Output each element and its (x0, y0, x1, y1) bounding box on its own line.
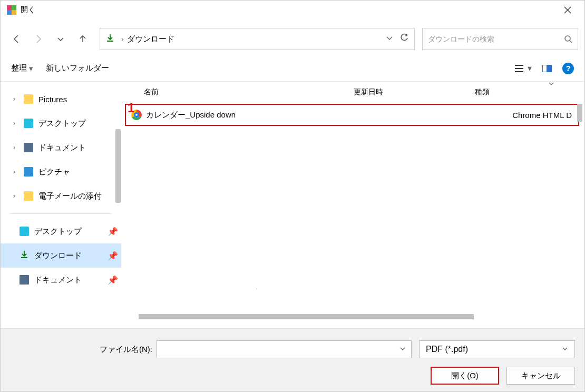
tree-pane: ›Pictures ›デスクトップ ›ドキュメント ›ピクチャ ›電子メールの添… (1, 82, 122, 322)
close-icon (564, 6, 571, 14)
list-hscrollbar[interactable] (139, 314, 474, 319)
folder-icon (24, 94, 33, 104)
svg-point-4 (565, 36, 570, 41)
annotation-1: 1 (128, 101, 134, 115)
pin-icon: 📌 (108, 227, 118, 237)
tree-item-pictures-jp[interactable]: ›ピクチャ (1, 160, 121, 184)
breadcrumb-location[interactable]: ダウンロード (127, 34, 174, 44)
organize-menu[interactable]: 整理 ▾ (11, 63, 33, 73)
search-icon (564, 35, 572, 43)
tree-item-pictures[interactable]: ›Pictures (1, 87, 121, 111)
resize-mark: 、 (256, 283, 261, 291)
list-pane: 名前 更新日時 種類 カレンダー_Upside down Chrome HTML… (122, 82, 584, 322)
tree-separator (10, 213, 112, 214)
quick-desktop[interactable]: デスクトップ📌 (1, 219, 121, 243)
tree-item-documents[interactable]: ›ドキュメント (1, 135, 121, 160)
app-icon (7, 5, 16, 15)
body-area: ›Pictures ›デスクトップ ›ドキュメント ›ピクチャ ›電子メールの添… (1, 82, 584, 322)
desktop-icon (19, 227, 29, 236)
forward-button[interactable] (29, 30, 48, 48)
document-icon (24, 143, 33, 152)
desktop-icon (24, 119, 33, 128)
search-box[interactable] (422, 28, 578, 50)
pin-icon: 📌 (108, 251, 118, 261)
downloads-icon (105, 33, 115, 45)
tree-item-email-attach[interactable]: ›電子メールの添付 (1, 184, 121, 208)
cancel-button[interactable]: キャンセル (506, 367, 575, 385)
column-type[interactable]: 種類 (475, 87, 578, 97)
address-dropdown[interactable] (386, 34, 393, 44)
window-title: 開く (21, 5, 35, 15)
view-options[interactable]: ▾ (514, 63, 532, 73)
address-bar[interactable]: › ダウンロード (100, 28, 415, 50)
filename-label: ファイル名(N): (100, 345, 152, 355)
quick-documents[interactable]: ドキュメント📌 (1, 268, 121, 292)
chevron-down-icon (399, 346, 406, 353)
filename-combobox[interactable] (157, 340, 412, 358)
refresh-button[interactable] (399, 33, 409, 45)
open-button[interactable]: 開く(O) (431, 367, 499, 385)
recent-dropdown[interactable] (51, 30, 70, 48)
navbar: › ダウンロード (1, 26, 584, 52)
close-button[interactable] (557, 1, 578, 19)
column-date[interactable]: 更新日時 (354, 87, 475, 97)
document-icon (19, 275, 29, 285)
svg-rect-3 (12, 10, 16, 15)
toolbar: 整理 ▾ 新しいフォルダー ▾ ? (1, 55, 584, 82)
search-input[interactable] (428, 35, 564, 43)
back-button[interactable] (7, 30, 26, 48)
file-name: カレンダー_Upside down (146, 110, 362, 120)
folder-icon (24, 191, 33, 201)
file-type: Chrome HTML D (483, 111, 573, 120)
quick-downloads[interactable]: ダウンロード📌 (1, 243, 121, 268)
up-button[interactable] (73, 30, 92, 48)
filetype-combobox[interactable]: PDF (*.pdf) (419, 340, 575, 358)
breadcrumb-separator: › (121, 35, 124, 43)
svg-rect-1 (12, 5, 16, 10)
new-folder-button[interactable]: 新しいフォルダー (46, 63, 109, 73)
svg-rect-0 (7, 5, 12, 10)
footer: ファイル名(N): PDF (*.pdf) 開く(O) キャンセル (1, 328, 584, 391)
help-button[interactable]: ? (562, 63, 574, 74)
file-row[interactable]: カレンダー_Upside down Chrome HTML D (125, 104, 579, 126)
svg-rect-2 (7, 10, 12, 15)
sort-indicator-icon (549, 82, 554, 86)
column-name[interactable]: 名前 (132, 87, 354, 97)
chevron-down-icon (562, 346, 568, 353)
titlebar: 開く (1, 1, 584, 19)
preview-pane-toggle[interactable] (542, 65, 552, 72)
list-vscrollbar[interactable] (577, 104, 582, 122)
downloads-icon (19, 250, 29, 261)
tree-scrollbar[interactable] (115, 129, 121, 203)
pin-icon: 📌 (108, 275, 118, 285)
tree-item-desktop[interactable]: ›デスクトップ (1, 111, 121, 135)
pictures-icon (24, 167, 33, 177)
column-headers: 名前 更新日時 種類 (122, 82, 584, 103)
